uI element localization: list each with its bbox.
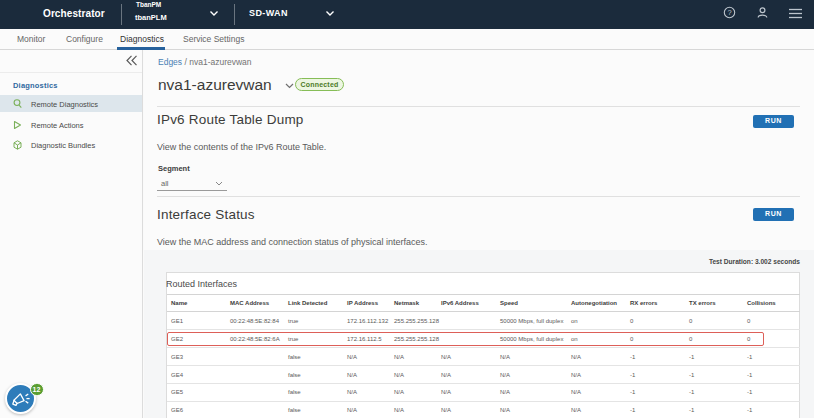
svg-text:?: ? [727, 8, 731, 17]
